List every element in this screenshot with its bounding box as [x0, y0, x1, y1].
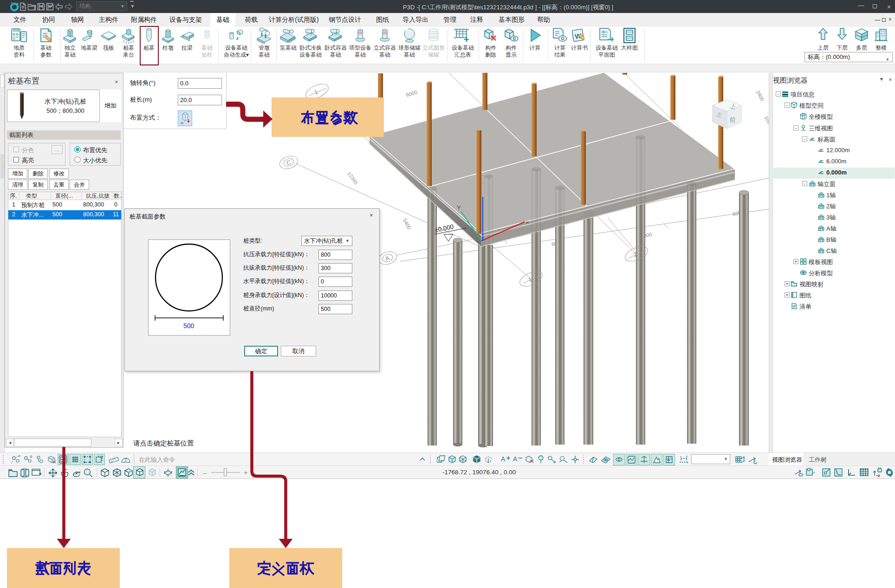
svg-text:500: 500 [183, 322, 195, 330]
svg-text:5400: 5400 [402, 218, 412, 230]
svg-text:2400: 2400 [755, 89, 765, 102]
svg-text:Y: Y [457, 204, 461, 211]
svg-text:前: 前 [729, 116, 736, 123]
svg-text:6000: 6000 [405, 89, 418, 97]
svg-text:12345: 12345 [346, 171, 359, 186]
svg-text:A: A [501, 455, 506, 463]
svg-text:1: 1 [313, 88, 319, 96]
svg-text:10040: 10040 [764, 115, 769, 130]
svg-text:A: A [384, 254, 390, 262]
svg-text:×: × [525, 219, 529, 226]
svg-text:C: C [285, 159, 292, 167]
svg-text:±0.000: ±0.000 [434, 223, 454, 234]
svg-text:A: A [513, 455, 518, 463]
